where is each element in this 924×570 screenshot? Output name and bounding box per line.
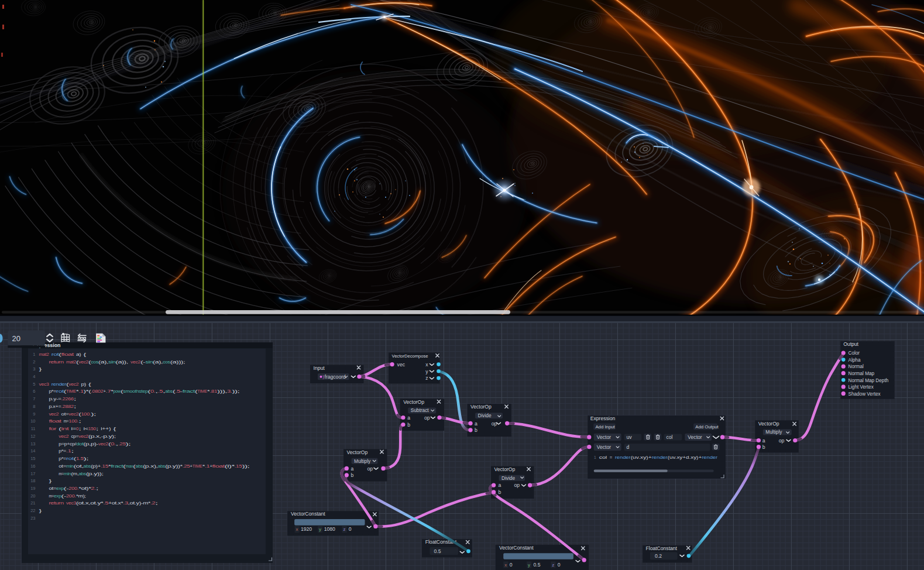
svg-text:13: 13 xyxy=(30,441,35,447)
svg-text:))),: ))), xyxy=(217,389,227,394)
svg-text:vec3: vec3 xyxy=(39,382,49,387)
svg-text:(p.y));: (p.y)); xyxy=(86,471,104,476)
svg-text:(p)+: (p)+ xyxy=(91,463,101,469)
svg-text:op: op xyxy=(514,482,520,488)
svg-text:b: b xyxy=(762,444,765,450)
svg-text:a: a xyxy=(475,421,478,427)
svg-text:200.: 200. xyxy=(68,486,78,491)
svg-text:18: 18 xyxy=(30,478,35,483)
svg-text:;: ; xyxy=(96,486,99,491)
svg-text:Input: Input xyxy=(314,365,325,371)
svg-text:p.y-=: p.y-= xyxy=(49,396,61,401)
svg-text:Vector: Vector xyxy=(597,444,612,450)
svg-text:Color: Color xyxy=(849,351,860,356)
svg-text:19: 19 xyxy=(30,486,35,491)
svg-text:.5: .5 xyxy=(104,500,109,506)
svg-text:1: 1 xyxy=(33,352,35,357)
svg-text:.2882: .2882 xyxy=(61,404,74,409)
svg-text:cp=: cp= xyxy=(71,434,80,439)
svg-text:a: a xyxy=(499,482,501,488)
svg-text:.7: .7 xyxy=(106,389,111,394)
svg-text:0: 0 xyxy=(349,526,352,532)
svg-text:0.2: 0.2 xyxy=(655,553,662,559)
svg-text:8: 8 xyxy=(33,404,35,409)
svg-text:6: 6 xyxy=(33,389,35,394)
svg-text:;: ; xyxy=(96,426,99,431)
svg-text:VectorDecompose: VectorDecompose xyxy=(392,353,428,359)
svg-text:(a)));: (a))); xyxy=(170,359,186,365)
svg-text:;: ; xyxy=(71,448,74,454)
svg-text:render: render xyxy=(51,382,67,387)
svg-text:float: float xyxy=(49,418,62,424)
svg-text:fract: fract xyxy=(111,463,124,469)
svg-text:max: max xyxy=(126,463,133,469)
svg-text:Add Output: Add Output xyxy=(695,424,719,430)
svg-text:);: ); xyxy=(126,441,131,447)
svg-text:Alpha: Alpha xyxy=(849,358,861,363)
svg-text:.15: .15 xyxy=(101,463,108,469)
svg-text:p=p+cp/: p=p+cp/ xyxy=(59,441,77,447)
svg-text:VectorOp: VectorOp xyxy=(470,404,492,410)
svg-text:vec2: vec2 xyxy=(68,411,78,417)
svg-text:;: ; xyxy=(74,396,77,401)
svg-text:Light Vertex: Light Vertex xyxy=(849,384,874,390)
svg-text:TIME: TIME xyxy=(193,463,202,469)
svg-text:0: 0 xyxy=(558,562,561,568)
svg-text:col: col xyxy=(667,434,673,440)
svg-text:a): a) xyxy=(76,352,82,357)
svg-text:Subtract: Subtract xyxy=(411,407,430,413)
svg-text:vec2: vec2 xyxy=(59,434,68,439)
svg-text:200.: 200. xyxy=(66,493,76,499)
svg-text:Add Input: Add Input xyxy=(595,424,615,430)
svg-text:min: min xyxy=(64,471,71,476)
svg-text:(a)),: (a)), xyxy=(116,359,129,365)
svg-text:exp: exp xyxy=(54,493,61,499)
svg-text:render: render xyxy=(652,455,668,460)
svg-text:abs: abs xyxy=(136,463,143,469)
svg-text:(uv.xy)+: (uv.xy)+ xyxy=(631,455,652,460)
svg-text:d: d xyxy=(627,444,630,450)
svg-text:abs: abs xyxy=(158,463,166,469)
svg-text:fract: fract xyxy=(183,389,196,394)
svg-text:VectorOp: VectorOp xyxy=(494,466,516,472)
svg-text:(i)*: (i)* xyxy=(225,463,235,469)
svg-text:.25: .25 xyxy=(183,463,190,469)
svg-text:20: 20 xyxy=(30,493,35,499)
svg-text:=: = xyxy=(610,455,613,460)
svg-text:9: 9 xyxy=(33,411,35,417)
svg-text:abs: abs xyxy=(84,463,91,469)
svg-text:.15: .15 xyxy=(235,463,242,469)
svg-text:;: ; xyxy=(78,418,81,424)
svg-text:Normal Map: Normal Map xyxy=(849,371,875,376)
svg-text:abs: abs xyxy=(165,389,173,394)
svg-text:vec2: vec2 xyxy=(49,411,59,417)
svg-text:17: 17 xyxy=(30,471,35,476)
svg-text:14: 14 xyxy=(30,448,35,454)
svg-text:Divide: Divide xyxy=(501,475,515,481)
svg-text:1: 1 xyxy=(594,455,596,460)
svg-text:20: 20 xyxy=(12,334,20,343)
svg-text:Vector: Vector xyxy=(688,434,702,440)
svg-text:100.: 100. xyxy=(68,418,78,424)
svg-text:y: y xyxy=(528,562,530,568)
svg-text:VectorConstant: VectorConstant xyxy=(291,511,325,517)
svg-text:op: op xyxy=(424,415,430,421)
svg-text:exp: exp xyxy=(56,486,64,491)
svg-text:.1: .1 xyxy=(78,389,84,394)
svg-text:i++): i++) xyxy=(101,426,111,431)
svg-text:cos: cos xyxy=(91,359,98,365)
svg-text:);: ); xyxy=(91,411,96,417)
svg-text:VectorConstant: VectorConstant xyxy=(499,545,534,551)
svg-text:b: b xyxy=(499,489,501,495)
svg-text:Multiply: Multiply xyxy=(354,458,371,464)
svg-text:VectorOp: VectorOp xyxy=(347,449,368,455)
svg-text:(p.x,-p.y);: (p.x,-p.y); xyxy=(88,434,116,439)
svg-text:for: for xyxy=(49,426,57,431)
svg-text:y: y xyxy=(319,527,321,532)
svg-text:5: 5 xyxy=(33,382,35,387)
svg-text:1080: 1080 xyxy=(324,526,335,532)
svg-text:smoothstep: smoothstep xyxy=(123,389,147,394)
svg-text:Normal: Normal xyxy=(849,364,864,369)
svg-text:(p.x),: (p.x), xyxy=(143,463,158,469)
svg-text:x: x xyxy=(296,527,298,532)
